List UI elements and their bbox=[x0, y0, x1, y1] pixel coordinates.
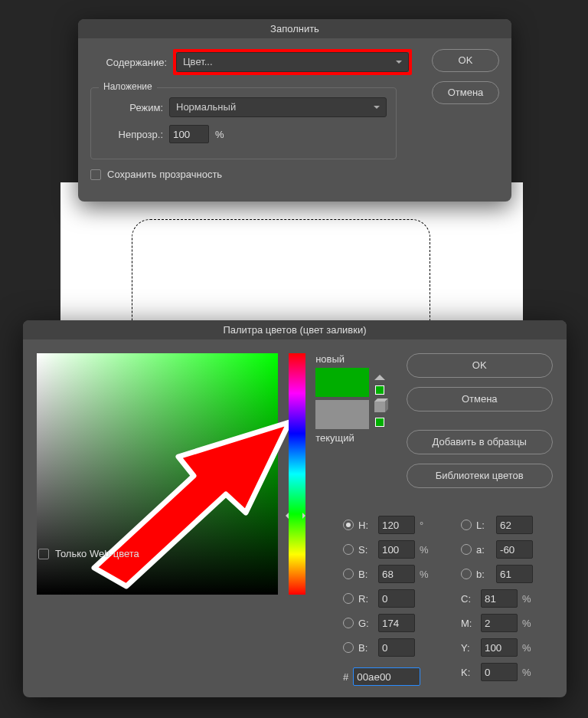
lab-b-input[interactable] bbox=[496, 565, 533, 583]
lab-l-radio[interactable] bbox=[461, 520, 472, 530]
hex-input[interactable] bbox=[353, 667, 420, 686]
color-cursor[interactable] bbox=[273, 430, 280, 438]
web-safe-color-icon[interactable] bbox=[374, 417, 386, 428]
magenta-input[interactable] bbox=[481, 614, 518, 632]
lab-l-input[interactable] bbox=[496, 516, 533, 534]
brightness-input[interactable] bbox=[378, 565, 415, 583]
hue-slider-thumb[interactable] bbox=[283, 513, 309, 519]
gamut-color-icon[interactable] bbox=[374, 385, 386, 395]
cancel-button[interactable]: Отмена bbox=[432, 81, 499, 104]
saturation-input[interactable] bbox=[378, 540, 415, 559]
new-color-label: новый bbox=[315, 353, 397, 365]
yellow-input[interactable] bbox=[481, 638, 518, 657]
hue-slider[interactable] bbox=[289, 353, 305, 595]
hash-label: # bbox=[343, 671, 348, 683]
k-label: K: bbox=[461, 667, 476, 678]
lab-a-input[interactable] bbox=[496, 540, 533, 559]
web-only-checkbox[interactable] bbox=[38, 549, 49, 559]
web-safe-warning-icon[interactable] bbox=[374, 402, 386, 412]
ok-button[interactable]: OK bbox=[432, 49, 499, 72]
web-only-label: Только Web-цвета bbox=[55, 548, 139, 559]
red-input[interactable] bbox=[378, 589, 415, 608]
current-color-swatch[interactable] bbox=[315, 400, 369, 429]
overlay-group-label: Наложение bbox=[99, 81, 157, 92]
content-label: Содержание: bbox=[90, 57, 173, 68]
fill-dialog: Заполнить OK Отмена Содержание: Цвет... … bbox=[78, 19, 511, 202]
opacity-input[interactable] bbox=[169, 125, 209, 143]
gamut-warning-icon[interactable] bbox=[374, 369, 386, 380]
add-to-swatches-button[interactable]: Добавить в образцы bbox=[407, 430, 553, 454]
h-label: H: bbox=[358, 520, 374, 531]
opacity-label: Непрозр.: bbox=[100, 129, 169, 140]
red-radio[interactable] bbox=[343, 593, 354, 604]
r-label: R: bbox=[358, 593, 374, 605]
green-radio[interactable] bbox=[343, 618, 354, 628]
deg-unit: ° bbox=[420, 520, 430, 531]
lab-a-radio[interactable] bbox=[461, 544, 472, 555]
hue-radio[interactable] bbox=[343, 520, 354, 530]
content-dropdown[interactable]: Цвет... bbox=[176, 52, 409, 72]
preserve-transparency-label: Сохранить прозрачность bbox=[107, 169, 222, 180]
black-input[interactable] bbox=[481, 663, 518, 681]
picker-cancel-button[interactable]: Отмена bbox=[407, 387, 553, 411]
mode-label: Режим: bbox=[100, 102, 169, 113]
b-label: B: bbox=[358, 569, 374, 580]
a-label: a: bbox=[476, 544, 492, 556]
brightness-radio[interactable] bbox=[343, 569, 354, 579]
picker-ok-button[interactable]: OK bbox=[407, 353, 553, 378]
saturation-radio[interactable] bbox=[343, 544, 354, 555]
y-label: Y: bbox=[461, 642, 476, 654]
hue-input[interactable] bbox=[378, 516, 415, 534]
green-input[interactable] bbox=[378, 614, 415, 632]
cyan-input[interactable] bbox=[481, 589, 518, 608]
blue-input[interactable] bbox=[378, 638, 415, 657]
color-picker-title: Палитра цветов (цвет заливки) bbox=[23, 320, 567, 339]
g-label: G: bbox=[358, 618, 374, 629]
l-label: L: bbox=[476, 520, 492, 531]
new-color-swatch bbox=[315, 368, 369, 397]
lab-b-label: b: bbox=[476, 569, 492, 580]
preserve-transparency-checkbox[interactable] bbox=[90, 169, 101, 180]
fill-dialog-title: Заполнить bbox=[78, 19, 511, 38]
mode-dropdown[interactable]: Нормальный bbox=[169, 97, 387, 117]
c-label: C: bbox=[461, 593, 476, 605]
current-color-label: текущий bbox=[315, 432, 397, 444]
opacity-unit: % bbox=[215, 129, 224, 140]
bc-label: B: bbox=[358, 642, 374, 654]
s-label: S: bbox=[358, 544, 374, 556]
blue-radio[interactable] bbox=[343, 642, 354, 653]
m-label: M: bbox=[461, 618, 476, 629]
color-picker-dialog: Палитра цветов (цвет заливки) новый bbox=[23, 320, 567, 697]
color-libraries-button[interactable]: Библиотеки цветов bbox=[407, 464, 553, 488]
lab-b-radio[interactable] bbox=[461, 569, 472, 579]
